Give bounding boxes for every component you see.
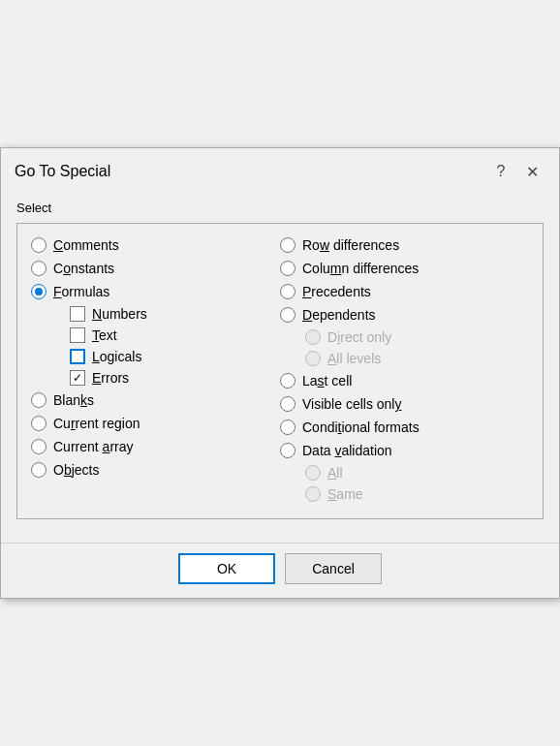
- check-errors-label: Errors: [92, 370, 129, 386]
- radio-current-array-circle: [31, 439, 47, 454]
- dialog-footer: OK Cancel: [1, 543, 559, 598]
- radio-blanks[interactable]: Blanks: [31, 389, 280, 412]
- radio-dv-same-circle: [305, 486, 321, 502]
- check-text-label: Text: [92, 327, 117, 343]
- help-button[interactable]: ?: [487, 158, 514, 185]
- radio-precedents-circle: [280, 284, 296, 299]
- radio-formulas-circle: [31, 284, 47, 299]
- check-numbers[interactable]: Numbers: [31, 303, 280, 325]
- radio-current-region-label: Current region: [53, 416, 140, 431]
- title-bar-left: Go To Special: [15, 163, 110, 180]
- title-bar-right: ? ✕: [487, 158, 545, 185]
- radio-objects-label: Objects: [53, 462, 99, 478]
- radio-conditional-formats-label: Conditional formats: [302, 420, 420, 435]
- radio-col-diff-label: Column differences: [302, 261, 419, 276]
- radio-dv-same-label: Same: [327, 486, 363, 502]
- radio-conditional-formats-circle: [280, 420, 296, 435]
- radio-dv-same: Same: [280, 483, 529, 505]
- radio-visible-cells-circle: [280, 396, 296, 412]
- radio-last-cell-circle: [280, 373, 296, 389]
- radio-direct-only-circle: [305, 329, 321, 345]
- check-text-box: [70, 327, 85, 343]
- radio-formulas[interactable]: Formulas: [31, 280, 280, 303]
- radio-data-validation-circle: [280, 443, 296, 458]
- radio-dv-all-circle: [305, 465, 321, 481]
- radio-dependents-circle: [280, 307, 296, 323]
- radio-current-array[interactable]: Current array: [31, 435, 280, 458]
- radio-comments[interactable]: Comments: [31, 233, 280, 257]
- radio-precedents[interactable]: Precedents: [280, 280, 529, 303]
- radio-data-validation-label: Data validation: [302, 443, 392, 458]
- dialog-title: Go To Special: [15, 163, 110, 180]
- options-columns: Comments Constants Formulas Numbers: [31, 233, 529, 505]
- radio-row-diff[interactable]: Row differences: [280, 233, 529, 257]
- radio-dependents[interactable]: Dependents: [280, 303, 529, 326]
- select-group-box: Comments Constants Formulas Numbers: [16, 223, 544, 519]
- radio-col-diff-circle: [280, 261, 296, 276]
- check-errors[interactable]: Errors: [31, 367, 280, 389]
- radio-direct-only: Direct only: [280, 326, 529, 348]
- ok-button[interactable]: OK: [178, 553, 275, 584]
- radio-conditional-formats[interactable]: Conditional formats: [280, 416, 529, 439]
- radio-formulas-label: Formulas: [53, 284, 109, 299]
- radio-all-levels-circle: [305, 351, 321, 366]
- radio-blanks-label: Blanks: [53, 392, 94, 408]
- check-text[interactable]: Text: [31, 325, 280, 346]
- right-column: Row differences Column differences Prece…: [280, 233, 529, 505]
- radio-all-levels: All levels: [280, 348, 529, 369]
- check-numbers-box: [70, 306, 85, 322]
- radio-row-diff-label: Row differences: [302, 237, 399, 253]
- check-logicals-label: Logicals: [92, 349, 141, 364]
- close-button[interactable]: ✕: [518, 158, 545, 185]
- radio-dv-all-label: All: [327, 465, 343, 481]
- cancel-button[interactable]: Cancel: [285, 553, 382, 584]
- go-to-special-dialog: Go To Special ? ✕ Select Comments Consta…: [0, 147, 560, 599]
- radio-visible-cells-label: Visible cells only: [302, 396, 401, 412]
- title-bar: Go To Special ? ✕: [1, 148, 559, 193]
- radio-constants[interactable]: Constants: [31, 257, 280, 280]
- radio-all-levels-label: All levels: [327, 351, 381, 366]
- radio-row-diff-circle: [280, 237, 296, 253]
- radio-objects[interactable]: Objects: [31, 458, 280, 482]
- radio-current-region-circle: [31, 416, 47, 431]
- radio-direct-only-label: Direct only: [327, 329, 391, 345]
- radio-dv-all: All: [280, 462, 529, 483]
- check-logicals[interactable]: Logicals: [31, 346, 280, 367]
- radio-current-region[interactable]: Current region: [31, 412, 280, 435]
- check-numbers-label: Numbers: [92, 306, 147, 322]
- left-column: Comments Constants Formulas Numbers: [31, 233, 280, 505]
- dialog-body: Select Comments Constants Formulas: [1, 193, 559, 543]
- radio-comments-label: Comments: [53, 237, 119, 253]
- radio-data-validation[interactable]: Data validation: [280, 439, 529, 462]
- check-logicals-box: [70, 349, 85, 364]
- radio-current-array-label: Current array: [53, 439, 134, 454]
- radio-blanks-circle: [31, 392, 47, 408]
- radio-visible-cells[interactable]: Visible cells only: [280, 392, 529, 416]
- radio-constants-label: Constants: [53, 261, 114, 276]
- radio-dependents-label: Dependents: [302, 307, 376, 323]
- select-group-label: Select: [16, 201, 544, 215]
- radio-precedents-label: Precedents: [302, 284, 371, 299]
- radio-comments-circle: [31, 237, 47, 253]
- radio-last-cell[interactable]: Last cell: [280, 369, 529, 392]
- check-errors-box: [70, 370, 85, 386]
- radio-col-diff[interactable]: Column differences: [280, 257, 529, 280]
- radio-last-cell-label: Last cell: [302, 373, 352, 389]
- radio-constants-circle: [31, 261, 47, 276]
- radio-objects-circle: [31, 462, 47, 478]
